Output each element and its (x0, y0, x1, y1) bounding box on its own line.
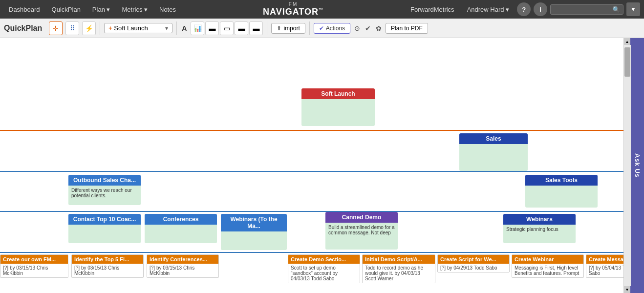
text-format-btn[interactable]: A (181, 24, 188, 32)
task-identify-top5-body: [?] by 03/15/13 Chris McKibbin (72, 264, 143, 277)
separator-1 (100, 21, 100, 35)
nav-plan[interactable]: Plan ▾ (87, 4, 115, 15)
node-soft-launch[interactable]: Soft Launch (301, 88, 375, 126)
separator-3 (267, 21, 267, 35)
node-webinars2[interactable]: Webinars Strategic planning focus (503, 214, 576, 243)
search-input[interactable] (554, 6, 612, 13)
task-create-fm-body: [?] by 03/15/13 Chris McKibbin (0, 264, 68, 277)
rect3-icon[interactable]: ▬ (235, 21, 248, 35)
lightning-icon: ⚡ (85, 24, 93, 32)
check2-icon[interactable]: ✔ (364, 24, 372, 32)
nav-quickplan[interactable]: QuickPlan (47, 4, 86, 15)
plan-to-pdf-button[interactable]: Plan to PDF (386, 23, 428, 34)
node-webinars-to[interactable]: Webinars (To the Ma... (221, 214, 287, 250)
divider-level2 (0, 171, 623, 172)
task-create-message[interactable]: Create Message... [?] by 05/04/13 To... … (586, 254, 623, 278)
task-identify-conf-body: [?] by 03/15/13 Chris McKibbin (147, 264, 218, 277)
node-sales-tools-body (525, 186, 598, 208)
divider-level1 (0, 130, 623, 131)
scroll-up-arrow[interactable]: ▲ (624, 38, 631, 45)
import-button[interactable]: ⬆ import (271, 23, 305, 34)
brand-logo: FM NAVIGATOR™ (263, 1, 323, 17)
node-conferences-body (145, 225, 217, 243)
crosshair-icon: ✛ (53, 24, 59, 32)
actions-button[interactable]: ✔ Actions (314, 23, 350, 34)
toolbar: QuickPlan ✛ ⠿ ⚡ + Soft Launch ▾ A 📊 ▬ ▭ … (0, 19, 644, 38)
task-initial-demo[interactable]: Initial Demo Script/A... Todd to record … (362, 254, 435, 283)
nav-dashboard[interactable]: Dashboard (4, 4, 45, 15)
node-sales-body (459, 144, 528, 171)
node-conferences-header: Conferences (145, 214, 217, 225)
node-sales-tools[interactable]: Sales Tools (525, 175, 598, 208)
plan-selector[interactable]: + Soft Launch ▾ (104, 23, 172, 33)
task-initial-demo-body: Todd to record demo as he would give it.… (363, 264, 435, 283)
node-soft-launch-body (301, 99, 375, 126)
gear-icon[interactable]: ✿ (375, 24, 383, 32)
separator-4 (309, 21, 310, 35)
pin-icon[interactable]: ⊙ (353, 24, 361, 32)
node-sales[interactable]: Sales (459, 133, 528, 171)
add-icon[interactable]: ✛ (49, 21, 63, 35)
chart-icons: 📊 ▬ ▭ ▬ ▬ (191, 21, 263, 35)
nav-metrics[interactable]: Metrics ▾ (117, 4, 153, 15)
task-create-script-body: [?] by 04/29/13 Todd Sabo (438, 264, 509, 272)
canvas: Soft Launch Sales Outbound Sales Cha... … (0, 38, 623, 293)
task-create-demo-body: Scott to set up demo "sandbox" account b… (288, 264, 360, 283)
task-create-demo-header: Create Demo Sectio... (288, 255, 360, 264)
node-conferences[interactable]: Conferences (145, 214, 217, 243)
nav-notes[interactable]: Notes (154, 4, 181, 15)
nav-forwardmetrics[interactable]: ForwardMetrics (406, 4, 459, 15)
node-canned-demo-body: Build a streamlined demo for a common me… (325, 223, 398, 250)
actions-check-icon: ✔ (319, 25, 324, 32)
task-create-script-header: Create Script for We... (438, 255, 509, 264)
search-box[interactable]: 🔍 (550, 4, 623, 15)
task-identify-top5[interactable]: Identify the Top 5 Fi... [?] by 03/15/13… (71, 254, 144, 278)
task-identify-top5-header: Identify the Top 5 Fi... (72, 255, 143, 264)
import-arrow-icon: ⬆ (277, 25, 281, 32)
rect4-icon[interactable]: ▬ (249, 21, 263, 35)
node-outbound-sales-body: Different ways we reach our potential cl… (68, 186, 141, 205)
separator-2 (176, 21, 177, 35)
task-create-webinar-header: Create Webinar (512, 255, 583, 264)
node-contact-top10[interactable]: Contact Top 10 Coac... (68, 214, 141, 243)
nav-right: ForwardMetrics Andrew Hard ▾ ? i 🔍 ▼ (406, 2, 640, 16)
divider-level4 (0, 252, 623, 253)
node-outbound-sales[interactable]: Outbound Sales Cha... Different ways we … (68, 175, 141, 205)
scroll-down-arrow[interactable]: ▼ (624, 286, 631, 293)
node-canned-demo[interactable]: Canned Demo Build a streamlined demo for… (325, 212, 398, 250)
vertical-scrollbar[interactable]: ▲ ▼ (623, 38, 630, 293)
ask-us-panel[interactable]: Ask Us (630, 38, 644, 293)
plan-dropdown-icon: ▾ (165, 25, 168, 32)
bolt-icon[interactable]: ⚡ (82, 21, 96, 35)
search-icon[interactable]: 🔍 (612, 6, 620, 13)
rect1-icon[interactable]: ▬ (205, 21, 219, 35)
node-webinars-to-body (221, 231, 287, 250)
task-create-script[interactable]: Create Script for We... [?] by 04/29/13 … (437, 254, 510, 272)
plan-name: Soft Launch (114, 24, 163, 32)
task-identify-conf-header: Identify Conferences... (147, 255, 218, 264)
scroll-track[interactable] (624, 45, 631, 286)
canvas-area[interactable]: Soft Launch Sales Outbound Sales Cha... … (0, 38, 623, 293)
scroll-thumb[interactable] (624, 47, 630, 77)
plan-plus-icon: + (108, 25, 112, 32)
node-canned-demo-header: Canned Demo (325, 212, 398, 223)
nav-user[interactable]: Andrew Hard ▾ (462, 4, 514, 15)
bar-chart-icon[interactable]: 📊 (191, 21, 204, 35)
hierarchy-icon: ⠿ (70, 24, 75, 32)
top-nav: Dashboard QuickPlan Plan ▾ Metrics ▾ Not… (0, 0, 644, 19)
divider-level3 (0, 211, 623, 212)
org-icon[interactable]: ⠿ (65, 21, 79, 35)
task-create-fm[interactable]: Create our own FM... [?] by 03/15/13 Chr… (0, 254, 68, 278)
task-create-webinar[interactable]: Create Webinar Messaging is First, High … (512, 254, 584, 278)
info-icon[interactable]: i (534, 2, 547, 16)
main-content: Soft Launch Sales Outbound Sales Cha... … (0, 38, 644, 293)
node-contact-top10-body (68, 225, 141, 243)
task-create-webinar-body: Messaging is First, High level Benefits … (512, 264, 583, 277)
node-webinars-to-header: Webinars (To the Ma... (221, 214, 287, 231)
rect2-icon[interactable]: ▭ (220, 21, 234, 35)
task-identify-conf[interactable]: Identify Conferences... [?] by 03/15/13 … (147, 254, 219, 278)
help-icon[interactable]: ? (517, 2, 531, 16)
nav-dropdown-button[interactable]: ▼ (626, 2, 640, 16)
actions-label: Actions (326, 25, 345, 32)
task-create-demo[interactable]: Create Demo Sectio... Scott to set up de… (288, 254, 360, 283)
